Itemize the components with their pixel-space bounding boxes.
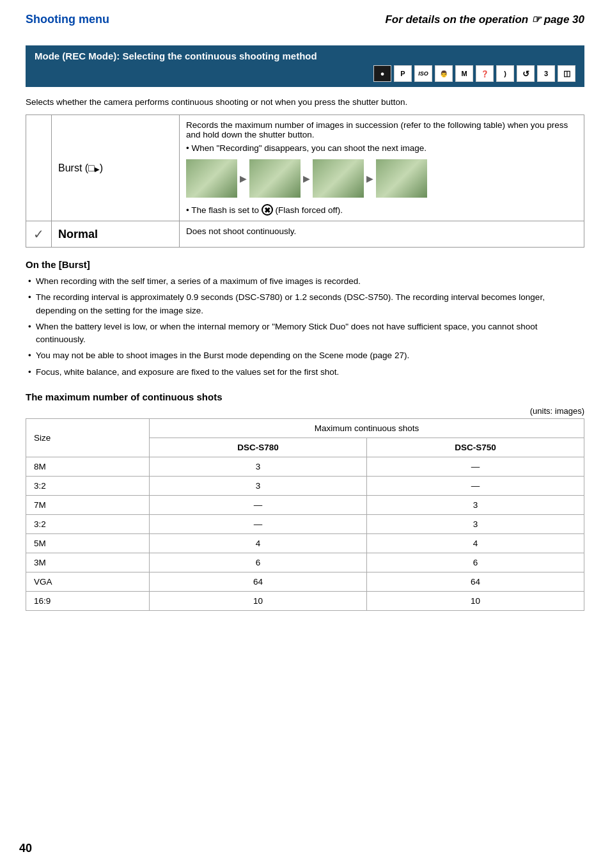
svg-rect-30 bbox=[395, 173, 400, 183]
data-table-row: 3:2 — 3 bbox=[26, 514, 584, 533]
on-burst-bullets: When recording with the self timer, a se… bbox=[26, 275, 584, 379]
s750-cell: — bbox=[366, 476, 584, 495]
icon-row: ● P ISO 👨 M ❓ ) ↺ 3 ◫ bbox=[35, 65, 575, 82]
max-shots-table: Size Maximum continuous shots DSC-S780 D… bbox=[26, 418, 584, 611]
shooting-menu-title: Shooting menu bbox=[26, 13, 109, 26]
col-dsc780-header: DSC-S780 bbox=[149, 438, 366, 457]
svg-rect-18 bbox=[313, 159, 364, 198]
svg-rect-34 bbox=[376, 159, 414, 198]
s780-cell: 10 bbox=[149, 591, 366, 610]
burst-desc-line1: Records the maximum number of images in … bbox=[186, 120, 577, 139]
svg-rect-5 bbox=[214, 173, 219, 184]
table-header-row-main: Size Maximum continuous shots bbox=[26, 418, 584, 438]
svg-rect-11 bbox=[249, 184, 301, 198]
burst-desc-line2: • When "Recording" disappears, you can s… bbox=[186, 143, 577, 153]
bullet-3: When the battery level is low, or when t… bbox=[26, 320, 584, 347]
svg-rect-33 bbox=[404, 185, 409, 196]
units-label: (units: images) bbox=[26, 406, 584, 416]
data-table-row: 8M 3 — bbox=[26, 457, 584, 476]
arrow-2: ▶ bbox=[303, 173, 310, 184]
icon-3: 3 bbox=[537, 65, 555, 82]
s780-cell: 6 bbox=[149, 553, 366, 572]
page-header: Shooting menu For details on the operati… bbox=[26, 13, 584, 26]
table-row-normal: ✓ Normal Does not shoot continuously. bbox=[26, 221, 584, 248]
svg-rect-9 bbox=[217, 171, 226, 183]
shooting-modes-table: Burst (□▶) Records the maximum number of… bbox=[26, 114, 584, 248]
svg-point-2 bbox=[203, 161, 214, 173]
svg-rect-23 bbox=[342, 172, 347, 184]
svg-point-8 bbox=[217, 162, 226, 172]
icon-p: P bbox=[394, 65, 412, 82]
blue-box-title: Mode (REC Mode): Selecting the continuou… bbox=[35, 51, 575, 61]
s750-cell: 6 bbox=[366, 553, 584, 572]
intro-text: Selects whether the camera performs cont… bbox=[26, 97, 584, 107]
burst-flash-note: • The flash is set to ✖ (Flash forced of… bbox=[186, 204, 577, 216]
size-cell: 5M bbox=[26, 533, 150, 553]
page-number: 40 bbox=[19, 842, 32, 855]
burst-img-1 bbox=[186, 159, 237, 198]
svg-rect-26 bbox=[376, 159, 427, 198]
col-dsc750-header: DSC-S750 bbox=[366, 438, 584, 457]
page-ref-label: page 30 bbox=[544, 13, 584, 26]
bullet-5: Focus, white balance, and exposure are f… bbox=[26, 366, 584, 379]
svg-rect-31 bbox=[407, 174, 412, 183]
svg-rect-24 bbox=[334, 186, 338, 196]
checkmark-icon: ✓ bbox=[33, 227, 44, 241]
svg-point-12 bbox=[269, 161, 279, 172]
size-cell: 3:2 bbox=[26, 514, 150, 533]
icon-m: M bbox=[455, 65, 473, 82]
svg-rect-3 bbox=[203, 172, 214, 186]
svg-rect-6 bbox=[204, 186, 208, 196]
for-details-text: For details on the operation ☞ page 30 bbox=[385, 13, 584, 26]
bullet-4: You may not be able to shoot images in t… bbox=[26, 349, 584, 362]
burst-img-4 bbox=[376, 159, 427, 198]
max-continuous-shots-header: Maximum continuous shots bbox=[149, 418, 584, 438]
size-cell: 16:9 bbox=[26, 591, 150, 610]
data-table-body: 8M 3 — 3:2 3 — 7M — 3 3:2 — 3 5M 4 4 3M … bbox=[26, 457, 584, 610]
icon-grid: ◫ bbox=[558, 65, 575, 82]
icon-question: ❓ bbox=[476, 65, 494, 82]
col-size-header: Size bbox=[26, 418, 150, 457]
data-table-row: VGA 64 64 bbox=[26, 572, 584, 591]
data-table-row: 3M 6 6 bbox=[26, 553, 584, 572]
svg-rect-25 bbox=[340, 186, 344, 196]
bullet-1: When recording with the self timer, a se… bbox=[26, 275, 584, 288]
size-cell: 3M bbox=[26, 553, 150, 572]
s780-cell: 4 bbox=[149, 533, 366, 553]
burst-img-2 bbox=[249, 159, 301, 198]
data-table-row: 7M — 3 bbox=[26, 495, 584, 514]
svg-rect-14 bbox=[265, 172, 272, 184]
burst-desc-cell: Records the maximum number of images in … bbox=[180, 115, 584, 221]
svg-rect-19 bbox=[313, 184, 364, 198]
svg-rect-15 bbox=[278, 175, 283, 184]
svg-rect-32 bbox=[398, 185, 403, 196]
s750-cell: 3 bbox=[366, 514, 584, 533]
burst-images-strip: ▶ ▶ bbox=[186, 159, 577, 198]
flash-off-icon: ✖ bbox=[262, 204, 273, 216]
normal-icon-cell: ✓ bbox=[26, 221, 52, 248]
svg-rect-13 bbox=[269, 171, 279, 185]
normal-label-cell: Normal bbox=[52, 221, 180, 248]
svg-rect-0 bbox=[186, 159, 237, 198]
data-table-row: 16:9 10 10 bbox=[26, 591, 584, 610]
svg-rect-7 bbox=[210, 186, 214, 196]
svg-point-20 bbox=[333, 160, 343, 171]
mode-rec-mode-box: Mode (REC Mode): Selecting the continuou… bbox=[26, 45, 584, 87]
arrow-1: ▶ bbox=[240, 173, 247, 184]
size-cell: 3:2 bbox=[26, 476, 150, 495]
burst-img-3 bbox=[313, 159, 364, 198]
svg-point-28 bbox=[398, 161, 408, 172]
s780-cell: — bbox=[149, 495, 366, 514]
svg-rect-27 bbox=[376, 185, 427, 198]
s750-cell: 4 bbox=[366, 533, 584, 553]
svg-rect-1 bbox=[186, 185, 237, 198]
icon-paren: ) bbox=[496, 65, 514, 82]
burst-icon-cell bbox=[26, 115, 52, 221]
data-table-row: 5M 4 4 bbox=[26, 533, 584, 553]
svg-rect-4 bbox=[201, 173, 206, 184]
s780-cell: 64 bbox=[149, 572, 366, 591]
svg-rect-29 bbox=[398, 171, 408, 185]
size-cell: 7M bbox=[26, 495, 150, 514]
s750-cell: 64 bbox=[366, 572, 584, 591]
size-cell: 8M bbox=[26, 457, 150, 476]
